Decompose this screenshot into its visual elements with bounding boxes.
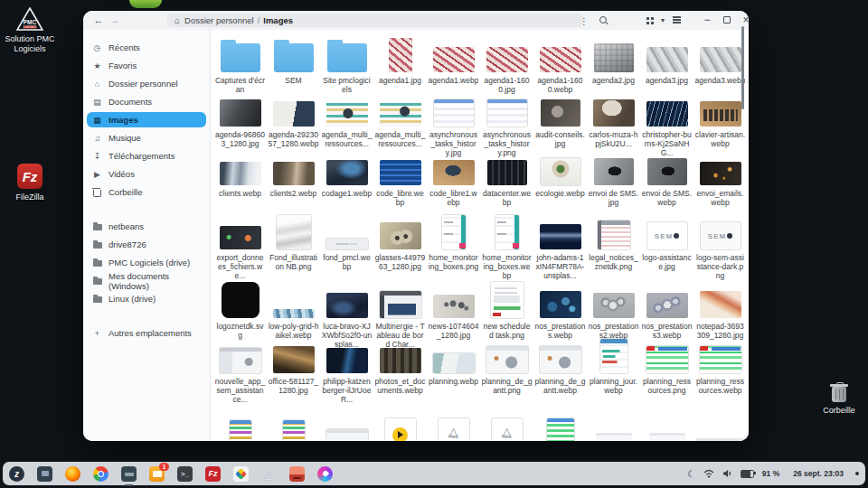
app-menu-button[interactable]: z [9, 466, 24, 482]
file-item[interactable]: low-poly-grid-haikel.webp [267, 280, 320, 349]
sidebar-item-images[interactable]: ▦Images [87, 112, 206, 127]
file-item[interactable]: agenda1.webp [427, 34, 480, 94]
file-item[interactable]: envoi de SMS.webp [640, 158, 693, 207]
file-item[interactable]: △PMC [427, 411, 480, 441]
file-item[interactable]: Multinergie - Tableau de bord Char... [373, 280, 427, 349]
filezilla-taskbar-icon[interactable]: Fz [205, 466, 221, 482]
sidebar-item-documents[interactable]: ▤Documents [87, 94, 206, 109]
file-item[interactable]: nouvelle_app_sem_assistance... [213, 346, 267, 404]
desktop-icon-solution-pmc[interactable]: PMC LOGICIELS Solution PMC Logiciels [0, 7, 61, 54]
file-item[interactable]: planning_ressources.png [640, 346, 693, 404]
path-options-kebab-icon[interactable]: ⋮ [577, 14, 591, 28]
sidebar-item-musique[interactable]: ♫Musique [87, 130, 206, 145]
file-item[interactable]: △PMC [480, 411, 533, 441]
file-item[interactable]: agenda-968603_1280.jpg [213, 98, 267, 157]
sidebar-item-linux-drive[interactable]: Linux (drive) [87, 291, 206, 306]
file-item[interactable]: john-adams-1xIN4FMR78A-unsplas... [533, 215, 587, 280]
minimize-button[interactable]: − [700, 13, 714, 27]
file-item[interactable]: agenda_multi_ressources... [373, 98, 427, 157]
file-item[interactable]: planning_de_gantt.webp [533, 346, 587, 404]
status-tray[interactable]: ☾ 91 % 26 sept. 23:03 [687, 469, 859, 479]
file-item[interactable]: nos_prestations3.webp [640, 280, 693, 349]
file-item[interactable]: export_donnees_fichiers.we... [213, 215, 267, 280]
sidebar-item-t-l-chargements[interactable]: ↧Téléchargements [87, 148, 206, 164]
file-item[interactable]: asynchronous_tasks_history.jpg [427, 98, 480, 157]
breadcrumb[interactable]: ⌂ Dossier personnel / Images [167, 14, 583, 27]
desktop-icon-filezilla[interactable]: Fz FileZilla [0, 164, 61, 202]
file-item[interactable]: luca-bravo-XJXWbfSo2f0-unsplas... [320, 280, 373, 349]
file-item[interactable]: notepad-3693309_1280.jpg [693, 280, 747, 349]
sidebar-item-r-cents[interactable]: ◷Récents [87, 40, 206, 55]
file-item[interactable]: planning.webp [427, 346, 480, 404]
window-switcher-icon[interactable] [37, 466, 52, 482]
file-item[interactable] [587, 411, 640, 441]
sidebar-item-dossier-personnel[interactable]: ⌂Dossier personnel [87, 76, 206, 91]
sidebar-item-drive8726[interactable]: drive8726 [87, 237, 206, 252]
clock[interactable]: 26 sept. 23:03 [793, 469, 844, 478]
view-options-caret[interactable]: ▾ [656, 13, 670, 27]
forward-button[interactable]: → [108, 13, 122, 27]
file-item[interactable]: agenda-2923057_1280.webp [267, 98, 320, 157]
sidebar-item-autres-emplacements[interactable]: +Autres emplacements [87, 325, 206, 341]
sidebar-item-mes-documents-windows[interactable]: Mes documents (Windows) [87, 273, 206, 288]
chrome-icon[interactable] [93, 466, 108, 482]
file-item[interactable]: photos_et_documents.webp [373, 346, 427, 404]
file-item[interactable]: clavier-artisan.webp [693, 98, 747, 157]
file-item[interactable] [373, 411, 427, 441]
file-item[interactable]: logoznetdk.svg [213, 280, 267, 349]
mail-icon[interactable]: 1 [149, 466, 165, 482]
main-menu-button[interactable] [669, 13, 684, 27]
file-item[interactable]: code_libre.webp [373, 158, 427, 207]
file-item[interactable]: home_monitoring_boxes.webp [480, 215, 533, 280]
sidebar-item-corbeille[interactable]: Corbeille [87, 184, 206, 200]
file-item[interactable] [640, 411, 693, 441]
file-item[interactable]: nos_prestations.webp [533, 280, 587, 349]
file-item[interactable]: clients.webp [213, 158, 267, 207]
design-app-icon[interactable] [317, 466, 333, 482]
file-item[interactable]: codage1.webp [320, 158, 373, 207]
file-item[interactable]: carlos-muza-hpjSkU2U... [587, 98, 640, 157]
boxes-icon[interactable] [233, 466, 249, 482]
file-item[interactable]: home_monitoring_boxes.png [427, 215, 480, 280]
file-item[interactable]: agenda1-1600.webp [533, 34, 587, 94]
file-item[interactable]: agenda2.jpg [587, 34, 640, 94]
file-item[interactable]: new scheduled task.png [480, 280, 533, 349]
scrollbar[interactable] [741, 26, 744, 109]
folder-item[interactable]: Captures d'écran [213, 34, 267, 94]
back-button[interactable]: ← [91, 13, 106, 27]
file-item[interactable]: agenda1.jpg [373, 34, 427, 94]
grid-view-button[interactable] [642, 13, 656, 27]
sidebar-item-pmc-logiciels-drive[interactable]: PMC Logiciels (drive) [87, 255, 206, 270]
breadcrumb-current[interactable]: Images [263, 15, 293, 25]
file-item[interactable]: datacenter.webp [480, 158, 533, 207]
red-app-icon[interactable] [289, 466, 305, 482]
file-item[interactable]: planning_de_gantt.png [480, 346, 533, 404]
file-item[interactable] [693, 411, 747, 441]
file-item[interactable]: fond_pmcl.webp [320, 215, 373, 280]
file-item[interactable] [267, 411, 320, 441]
file-item[interactable]: office-581127_1280.jpg [267, 346, 320, 404]
folder-item[interactable]: SEM [267, 34, 320, 94]
folder-item[interactable]: Site pmclogiciels [320, 34, 373, 94]
sidebar-item-netbeans[interactable]: netbeans [87, 219, 206, 234]
sidebar-item-vid-os[interactable]: ▶Vidéos [87, 166, 206, 182]
firefox-icon[interactable] [65, 466, 80, 482]
pmc-app-icon[interactable]: △ [261, 466, 277, 482]
restore-button[interactable] [720, 13, 734, 27]
terminal-icon[interactable]: >_ [177, 466, 193, 482]
file-item[interactable]: agenda_multi_ressources... [320, 98, 373, 157]
file-item[interactable]: code_libre1.webp [427, 158, 480, 207]
file-item[interactable]: envoi_emails.webp [693, 158, 747, 207]
file-item[interactable] [533, 411, 587, 441]
file-item[interactable]: SEMlogo-assistance.jpg [640, 215, 693, 280]
file-item[interactable] [213, 411, 267, 441]
breadcrumb-root[interactable]: Dossier personnel [184, 15, 254, 25]
file-item[interactable]: envoi de SMS.jpg [587, 158, 640, 207]
file-item[interactable]: christopher-burns-Kj2SaNHG... [640, 98, 693, 157]
file-item[interactable]: planning_jour.webp [587, 346, 640, 404]
file-item[interactable]: legal_notices_znetdk.png [587, 215, 640, 280]
file-item[interactable]: clients2.webp [267, 158, 320, 207]
file-item[interactable]: Fond_illustration NB.png [267, 215, 320, 280]
file-item[interactable]: agenda1-1600.jpg [480, 34, 533, 94]
file-item[interactable] [320, 411, 373, 441]
